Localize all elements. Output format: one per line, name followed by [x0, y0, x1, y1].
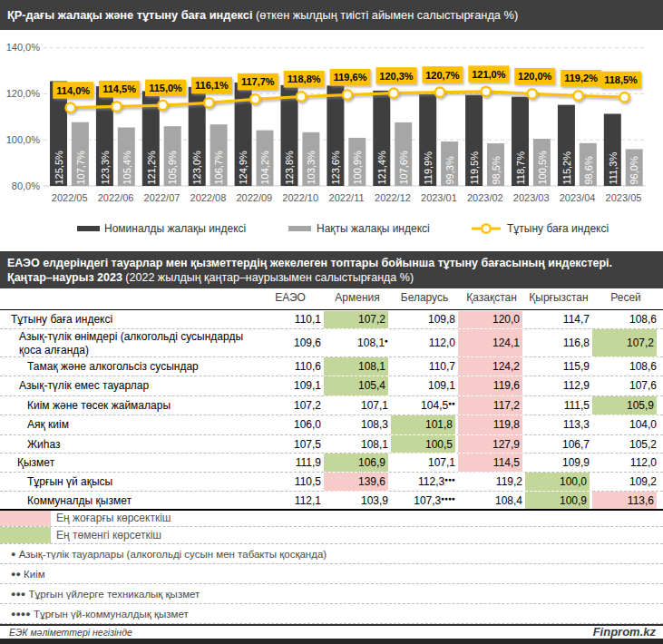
svg-text:96,0%: 96,0%: [629, 156, 639, 184]
svg-text:104,2%: 104,2%: [259, 151, 270, 185]
svg-text:100,5%: 100,5%: [537, 151, 548, 185]
svg-text:103,3%: 103,3%: [306, 151, 317, 185]
svg-text:100,9%: 100,9%: [352, 151, 363, 185]
svg-text:116,1%: 116,1%: [195, 80, 229, 91]
svg-text:140,0%: 140,0%: [6, 42, 41, 53]
svg-text:2023/03: 2023/03: [513, 192, 550, 203]
svg-text:119,6%: 119,6%: [334, 72, 367, 83]
svg-text:118,7%: 118,7%: [515, 151, 526, 185]
svg-text:106,7%: 106,7%: [213, 151, 224, 185]
svg-text:123,0%: 123,0%: [191, 151, 202, 185]
svg-text:2023/01: 2023/01: [421, 192, 457, 203]
svg-text:120,7%: 120,7%: [425, 70, 460, 81]
svg-text:2023/02: 2023/02: [467, 192, 503, 203]
svg-text:123,6%: 123,6%: [330, 151, 341, 185]
svg-text:123,3%: 123,3%: [100, 151, 111, 185]
svg-text:111,3%: 111,3%: [608, 152, 619, 185]
svg-text:121,0%: 121,0%: [472, 69, 506, 80]
svg-text:2022/11: 2022/11: [329, 192, 365, 203]
svg-text:115,0%: 115,0%: [149, 83, 182, 93]
svg-text:118,5%: 118,5%: [604, 74, 638, 85]
svg-text:Номиналды жалақы индексі: Номиналды жалақы индексі: [104, 222, 246, 235]
svg-text:107,7%: 107,7%: [75, 151, 86, 185]
svg-text:Нақты жалақы индексі: Нақты жалақы индексі: [317, 222, 430, 235]
svg-text:2022/09: 2022/09: [236, 192, 272, 203]
svg-text:Тұтыну баға индексі: Тұтыну баға индексі: [507, 222, 609, 235]
svg-text:2022/12: 2022/12: [375, 192, 411, 203]
svg-text:118,8%: 118,8%: [288, 73, 321, 84]
svg-text:2022/08: 2022/08: [190, 192, 227, 203]
svg-text:119,9%: 119,9%: [423, 151, 434, 185]
svg-text:121,2%: 121,2%: [146, 151, 157, 185]
svg-text:2023/05: 2023/05: [606, 192, 642, 203]
svg-text:2022/07: 2022/07: [144, 192, 180, 203]
svg-text:124,9%: 124,9%: [238, 151, 249, 185]
svg-text:114,5%: 114,5%: [102, 83, 136, 94]
svg-text:117,7%: 117,7%: [241, 76, 275, 87]
svg-text:98,5%: 98,5%: [491, 156, 502, 184]
svg-text:125,5%: 125,5%: [54, 151, 64, 185]
svg-text:120,0%: 120,0%: [518, 71, 552, 82]
svg-text:105,9%: 105,9%: [167, 151, 178, 185]
svg-text:2022/05: 2022/05: [52, 192, 88, 203]
svg-text:115,2%: 115,2%: [561, 151, 572, 185]
svg-text:98,6%: 98,6%: [583, 156, 594, 184]
svg-text:119,2%: 119,2%: [564, 73, 598, 83]
svg-text:123,8%: 123,8%: [284, 151, 295, 185]
svg-text:121,4%: 121,4%: [376, 151, 387, 185]
svg-text:120,0%: 120,0%: [6, 88, 41, 99]
svg-text:2023/04: 2023/04: [560, 192, 596, 203]
svg-text:80,0%: 80,0%: [12, 181, 40, 191]
svg-text:2022/10: 2022/10: [282, 192, 318, 203]
svg-text:2022/06: 2022/06: [98, 192, 134, 203]
svg-text:114,0%: 114,0%: [56, 85, 90, 96]
svg-text:105,4%: 105,4%: [122, 151, 132, 185]
svg-text:107,6%: 107,6%: [398, 151, 409, 185]
svg-text:100,0%: 100,0%: [6, 134, 41, 145]
svg-text:119,5%: 119,5%: [469, 151, 480, 185]
svg-text:120,3%: 120,3%: [379, 71, 414, 82]
svg-text:99,3%: 99,3%: [444, 156, 455, 184]
